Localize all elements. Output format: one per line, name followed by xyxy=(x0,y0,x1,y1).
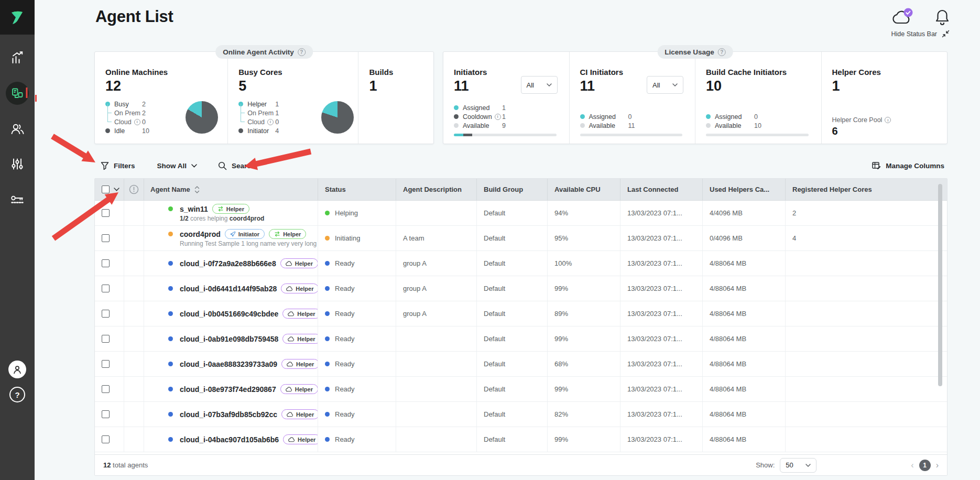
row-checkbox[interactable] xyxy=(102,360,110,368)
row-checkbox[interactable] xyxy=(102,310,110,318)
license-filter-select[interactable]: All xyxy=(521,76,558,94)
column-header-agent-description[interactable]: Agent Description xyxy=(396,179,477,200)
search-button[interactable]: Search xyxy=(218,161,255,170)
table-row[interactable]: cloud_i-0d6441d144f95ab28 Helper Ready g… xyxy=(95,276,947,301)
current-page[interactable]: 1 xyxy=(919,460,931,471)
select-all-checkbox[interactable] xyxy=(102,186,110,193)
agent-description-cell: group A xyxy=(396,301,477,326)
cloud-status-icon[interactable] xyxy=(891,7,915,29)
table-row[interactable]: cloud_i-0aae8883239733a09 Helper Ready D… xyxy=(95,352,947,377)
table-row[interactable]: cloud_i-07b3af9db85cb92cc Helper Ready D… xyxy=(95,402,947,427)
sidebar-item-settings[interactable] xyxy=(6,153,29,176)
column-label: Last Connected xyxy=(627,186,679,193)
row-checkbox[interactable] xyxy=(102,209,110,217)
legend-row: Assigned 0 xyxy=(580,112,683,121)
agent-name-cell: cloud_i-0b0451669c49cbdee Helper xyxy=(144,301,318,326)
manage-columns-button[interactable]: Manage Columns xyxy=(872,161,944,170)
chevron-down-icon[interactable] xyxy=(114,188,119,191)
column-header-last-connected[interactable]: Last Connected xyxy=(620,179,703,200)
row-checkbox[interactable] xyxy=(102,385,110,393)
status-label: Ready xyxy=(335,310,355,318)
row-checkbox[interactable] xyxy=(102,259,110,267)
page-size-select[interactable]: 50 xyxy=(780,458,816,473)
prev-page-button[interactable]: ‹ xyxy=(911,461,913,470)
notifications-bell-icon[interactable] xyxy=(934,8,950,28)
row-checkbox[interactable] xyxy=(102,234,110,242)
sidebar-item-analytics[interactable] xyxy=(6,46,29,69)
agent-subtext: Running Test Sample 1 long name very ver… xyxy=(180,240,318,247)
info-icon[interactable]: i xyxy=(134,119,140,125)
agent-state-dot xyxy=(168,232,173,236)
chevron-down-icon xyxy=(805,464,811,467)
help-icon[interactable]: ? xyxy=(9,387,25,402)
profile-avatar[interactable] xyxy=(8,361,26,378)
sliders-icon xyxy=(11,158,24,171)
legend-value: 1 xyxy=(275,101,279,108)
column-header-build-group[interactable]: Build Group xyxy=(477,179,548,200)
column-header-used-helpers-ca[interactable]: Used Helpers Ca... xyxy=(703,179,786,200)
select-all-cell xyxy=(95,179,124,200)
tree-connector xyxy=(105,117,114,126)
row-checkbox[interactable] xyxy=(102,435,110,443)
next-page-button[interactable]: › xyxy=(936,461,939,470)
sort-icon[interactable] xyxy=(194,186,200,193)
sidebar-item-licenses[interactable] xyxy=(6,189,29,212)
row-checkbox[interactable] xyxy=(102,335,110,343)
badge-label: Helper xyxy=(297,311,315,317)
column-label: Status xyxy=(325,186,346,193)
table-row[interactable]: cloud_i-08e973f74ed290867 Helper Ready D… xyxy=(95,377,947,402)
badge-label: Helper xyxy=(296,361,314,367)
column-header-registered-helper-cores[interactable]: Registered Helper Cores xyxy=(786,179,947,200)
table-row[interactable]: cloud_i-0b0451669c49cbdee Helper Ready g… xyxy=(95,301,947,326)
table-row[interactable]: cloud_i-0f72a9a2e88b666e8 Helper Ready g… xyxy=(95,251,947,276)
info-icon[interactable]: ? xyxy=(298,48,306,56)
legend-value: 2 xyxy=(142,110,146,117)
build-group-cell: Default xyxy=(477,251,548,276)
license-panel-label: License Usage xyxy=(665,48,714,56)
legend-value: 1 xyxy=(275,110,279,117)
column-header-status[interactable]: Status xyxy=(318,179,396,200)
info-icon[interactable]: i xyxy=(495,114,501,120)
table-row[interactable]: cloud_i-04bac907d105ab6b6 Helper Ready D… xyxy=(95,427,947,452)
manage-columns-icon xyxy=(872,161,881,170)
column-label: Agent Description xyxy=(403,186,462,193)
column-header-available-cpu[interactable]: Available CPU xyxy=(548,179,620,200)
show-all-dropdown[interactable]: Show All xyxy=(157,162,198,170)
legend-value: 9 xyxy=(502,122,506,129)
info-icon[interactable]: i xyxy=(267,119,274,125)
row-checkbox[interactable] xyxy=(102,285,110,292)
row-alert-cell xyxy=(124,201,144,225)
build-group-cell: Default xyxy=(477,201,548,225)
swap-icon xyxy=(274,231,280,237)
show-label: Show: xyxy=(756,461,775,469)
table-row[interactable]: s_win11 Helper 1/2 cores helping coord4p… xyxy=(95,201,947,226)
status-dot xyxy=(325,362,330,366)
status-label: Ready xyxy=(335,259,355,267)
legend-value: 2 xyxy=(142,101,146,108)
app-logo[interactable] xyxy=(0,0,35,35)
license-filter-select[interactable]: All xyxy=(647,76,683,94)
build-group-cell: Default xyxy=(477,301,548,326)
agent-name-cell: coord4prod InitiatorHelper Running Test … xyxy=(144,226,318,250)
rocket-icon xyxy=(230,231,236,237)
sidebar-item-users[interactable] xyxy=(6,117,29,140)
info-icon[interactable]: ? xyxy=(718,48,726,56)
agent-description-cell: group A xyxy=(396,251,477,276)
status-label: Ready xyxy=(335,410,355,418)
legend-dot xyxy=(238,128,243,133)
filters-button[interactable]: Filters xyxy=(101,161,135,170)
vertical-scrollbar[interactable] xyxy=(938,184,942,386)
legend-dot xyxy=(580,114,585,119)
table-row[interactable]: cloud_i-0ab91e098db759458 Helper Ready D… xyxy=(95,326,947,352)
sidebar-item-agents[interactable] xyxy=(6,82,29,105)
row-checkbox[interactable] xyxy=(102,410,110,418)
column-header-agent-name[interactable]: Agent Name xyxy=(144,179,318,200)
info-icon[interactable]: i xyxy=(885,117,891,123)
table-row[interactable]: coord4prod InitiatorHelper Running Test … xyxy=(95,226,947,251)
initiator-badge: Initiator xyxy=(225,229,265,239)
hide-status-bar-button[interactable]: Hide Status Bar xyxy=(891,30,950,38)
used-helpers-cell: 4/88064 MB xyxy=(703,427,786,452)
column-label: Available CPU xyxy=(554,186,601,193)
cloud-icon xyxy=(288,336,295,342)
status-cell: Ready xyxy=(318,326,396,351)
